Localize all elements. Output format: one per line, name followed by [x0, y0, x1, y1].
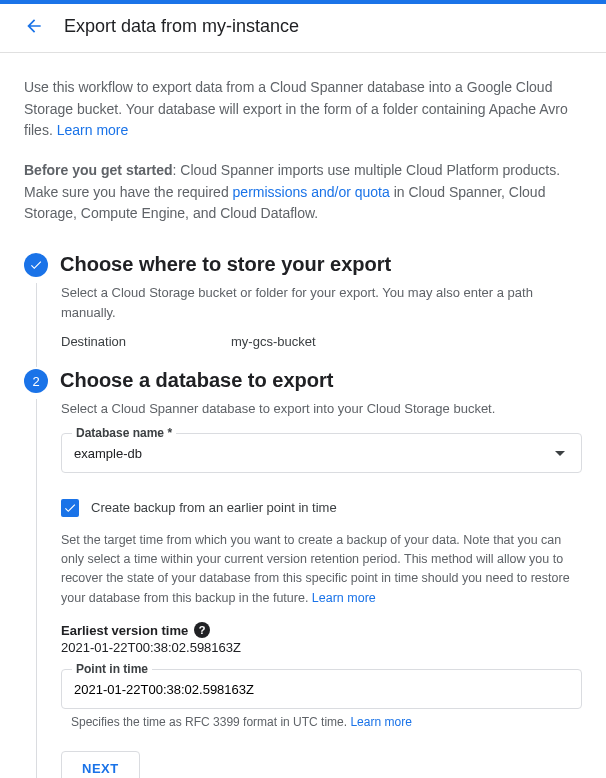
page-content: Use this workflow to export data from a … — [0, 53, 606, 778]
database-select[interactable]: Database name * example-db — [61, 433, 582, 473]
pit-hint-learn-more-link[interactable]: Learn more — [350, 715, 411, 729]
backup-checkbox-label: Create backup from an earlier point in t… — [91, 500, 337, 515]
backup-checkbox[interactable] — [61, 499, 79, 517]
intro-text: Use this workflow to export data from a … — [24, 77, 582, 142]
intro-learn-more-link[interactable]: Learn more — [57, 122, 129, 138]
step-1-desc: Select a Cloud Storage bucket or folder … — [61, 283, 582, 322]
earliest-version-label: Earliest version time — [61, 623, 188, 638]
back-arrow-icon[interactable] — [22, 14, 46, 38]
step-1-title: Choose where to store your export — [60, 251, 391, 277]
pit-learn-more-link[interactable]: Learn more — [312, 591, 376, 605]
step-1-header: Choose where to store your export — [24, 251, 582, 277]
page-header: Export data from my-instance — [0, 4, 606, 53]
point-in-time-label: Point in time — [72, 662, 152, 676]
point-in-time-help: Set the target time from which you want … — [61, 531, 582, 609]
checkmark-icon — [29, 258, 43, 272]
destination-value: my-gcs-bucket — [231, 334, 316, 349]
pit-hint-body: Specifies the time as RFC 3399 format in… — [71, 715, 350, 729]
step-1-body: Select a Cloud Storage bucket or folder … — [36, 283, 582, 367]
permissions-quota-link[interactable]: permissions and/or quota — [233, 184, 394, 200]
database-select-value: example-db — [74, 446, 142, 461]
destination-label: Destination — [61, 334, 231, 349]
step-2-title: Choose a database to export — [60, 367, 333, 393]
point-in-time-field: Point in time — [61, 669, 582, 709]
step-2-indicator: 2 — [24, 369, 48, 393]
page-title: Export data from my-instance — [64, 16, 299, 37]
help-icon[interactable]: ? — [194, 622, 210, 638]
point-in-time-hint: Specifies the time as RFC 3399 format in… — [71, 715, 582, 729]
before-start-text: Before you get started: Cloud Spanner im… — [24, 160, 582, 225]
destination-row: Destination my-gcs-bucket — [61, 334, 582, 349]
earliest-version-label-row: Earliest version time ? — [61, 622, 582, 638]
step-2-body: Select a Cloud Spanner database to expor… — [36, 399, 582, 778]
step-2-number: 2 — [32, 374, 39, 389]
step-2-header: 2 Choose a database to export — [24, 367, 582, 393]
checkmark-icon — [63, 501, 77, 515]
earliest-version-value: 2021-01-22T00:38:02.598163Z — [61, 640, 582, 655]
step-2-desc: Select a Cloud Spanner database to expor… — [61, 399, 582, 419]
chevron-down-icon — [555, 451, 565, 456]
database-select-label: Database name * — [72, 426, 176, 440]
step-1-indicator — [24, 253, 48, 277]
backup-checkbox-row: Create backup from an earlier point in t… — [61, 499, 582, 517]
before-start-label: Before you get started — [24, 162, 173, 178]
next-button[interactable]: NEXT — [61, 751, 140, 778]
